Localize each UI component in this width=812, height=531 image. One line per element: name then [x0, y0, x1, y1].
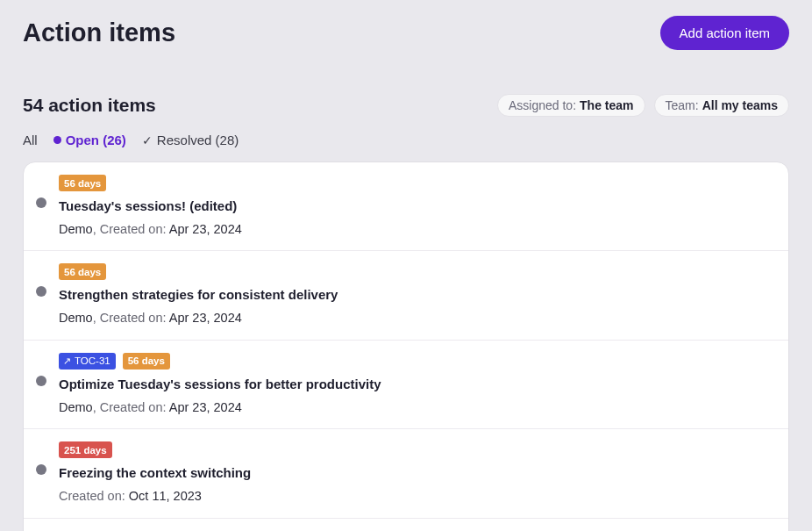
list-item[interactable]: 251 daysFreezing the context switchingCr… — [24, 429, 788, 518]
assigned-filter-value: The team — [580, 98, 633, 112]
team-filter[interactable]: Team: All my teams — [654, 94, 790, 117]
item-team-label: Demo — [59, 400, 93, 414]
tab-all[interactable]: All — [23, 133, 38, 147]
item-meta: Demo, Created on: Apr 23, 2024 — [59, 220, 242, 238]
assigned-filter[interactable]: Assigned to: The team — [497, 94, 645, 117]
status-dot-icon — [36, 464, 46, 475]
created-on-label: Created on: — [100, 311, 167, 325]
list-item[interactable]: ↗TOC-3156 daysOptimize Tuesday's session… — [24, 341, 788, 429]
item-title: Tuesday's sessions! (edited) — [59, 197, 242, 215]
link-chip[interactable]: ↗TOC-31 — [59, 353, 116, 370]
tab-open[interactable]: Open (26) — [53, 133, 126, 147]
count-summary: 54 action items — [23, 95, 156, 116]
list-item[interactable]: 56 daysStrengthen strategies for consist… — [24, 251, 788, 340]
check-icon: ✓ — [142, 134, 153, 147]
item-created-date: Apr 23, 2024 — [169, 311, 242, 325]
item-title: Strengthen strategies for consistent del… — [59, 285, 338, 304]
item-meta: Demo, Created on: Apr 23, 2024 — [59, 309, 338, 326]
age-badge: 56 days — [123, 353, 170, 370]
status-dot-icon — [36, 286, 46, 297]
item-created-date: Apr 23, 2024 — [169, 222, 242, 236]
age-badge: 251 days — [59, 441, 112, 458]
item-team-label: Demo — [59, 311, 93, 325]
item-created-date: Apr 23, 2024 — [169, 400, 242, 414]
page-title: Action items — [23, 18, 175, 47]
list-item[interactable]: 251 daysAssign a team member to follow u… — [24, 519, 788, 531]
status-dot-icon — [36, 197, 46, 208]
item-meta: Demo, Created on: Apr 23, 2024 — [59, 398, 381, 416]
age-badge: 56 days — [59, 263, 106, 280]
link-icon: ↗ — [63, 356, 71, 366]
assigned-filter-label: Assigned to: — [509, 98, 576, 112]
item-created-date: Oct 11, 2023 — [129, 489, 202, 503]
created-on-label: Created on: — [59, 489, 125, 503]
created-on-label: Created on: — [100, 222, 167, 236]
team-filter-label: Team: — [666, 98, 699, 112]
tab-open-label: Open (26) — [66, 133, 126, 147]
tab-resolved[interactable]: ✓ Resolved (28) — [142, 133, 239, 147]
item-title: Optimize Tuesday's sessions for better p… — [59, 375, 381, 393]
open-dot-icon — [53, 136, 61, 144]
item-title: Freezing the context switching — [59, 463, 251, 482]
created-on-label: Created on: — [100, 400, 167, 414]
add-action-item-button[interactable]: Add action item — [660, 16, 789, 50]
item-meta: Created on: Oct 11, 2023 — [59, 487, 251, 505]
team-filter-value: All my teams — [702, 98, 778, 112]
item-team-label: Demo — [59, 222, 93, 236]
age-badge: 56 days — [59, 175, 106, 191]
status-dot-icon — [36, 376, 46, 386]
action-items-list: 56 daysTuesday's sessions! (edited)Demo,… — [23, 161, 789, 531]
tab-resolved-label: Resolved (28) — [157, 133, 239, 147]
link-chip-label: TOC-31 — [75, 354, 110, 368]
list-item[interactable]: 56 daysTuesday's sessions! (edited)Demo,… — [24, 162, 788, 251]
